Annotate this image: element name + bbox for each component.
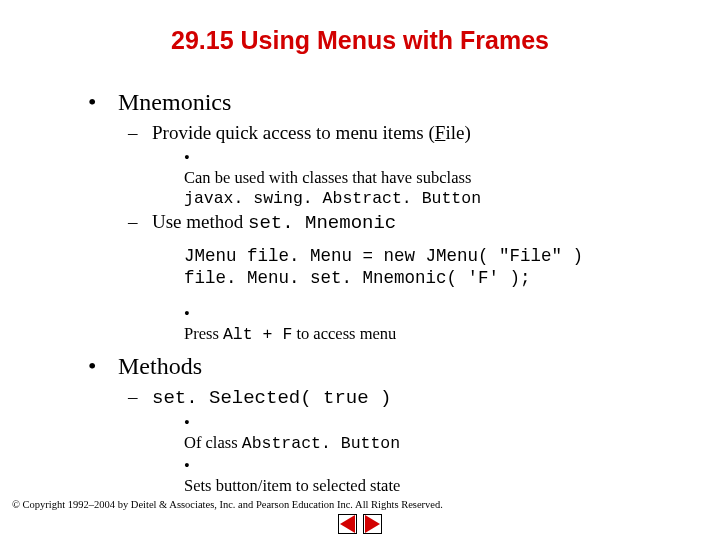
bullet-dot: •: [88, 89, 118, 116]
code-setselected: set. Selected( true ): [152, 387, 391, 409]
bullet-of-class: •Of class Abstract. Button: [184, 413, 672, 454]
text1: Press: [184, 324, 223, 343]
bullet-dot: •: [184, 413, 212, 433]
triangle-right-icon: [365, 515, 380, 533]
bullet-use-method: –Use method set. Mnemonic: [128, 211, 672, 234]
mnemonic-underline: F: [435, 122, 446, 143]
slide-title: 29.15 Using Menus with Frames: [48, 26, 672, 55]
bullet-body: Can be used with classes that have subcl…: [184, 168, 634, 209]
code-abstractbutton: Abstract. Button: [242, 434, 400, 453]
bullet-dot: •: [184, 304, 212, 324]
code-altf: Alt + F: [223, 325, 292, 344]
code-block: JMenu file. Menu = new JMenu( "File" ) f…: [184, 246, 672, 290]
bullet-text: Methods: [118, 353, 202, 379]
triangle-left-icon: [340, 515, 355, 533]
bullet-dot: •: [184, 148, 212, 168]
bullet-dot: •: [88, 353, 118, 380]
bullet-mnemonics: •Mnemonics: [88, 89, 672, 116]
bullet-body: Sets button/item to selected state: [184, 476, 634, 496]
text: Use method: [152, 211, 248, 232]
bullet-body: Press Alt + F to access menu: [184, 324, 634, 345]
bullet-sets-state: •Sets button/item to selected state: [184, 456, 672, 496]
bullet-dash: –: [128, 211, 152, 233]
code-setmnemonic: set. Mnemonic: [248, 212, 396, 234]
bullet-body: Of class Abstract. Button: [184, 433, 634, 454]
bullet-text: Mnemonics: [118, 89, 231, 115]
line2-code: javax. swing. Abstract. Button: [184, 189, 481, 208]
prev-button[interactable]: [338, 514, 357, 534]
text-post: ile): [445, 122, 470, 143]
nav-controls: [0, 514, 720, 534]
bullet-methods: •Methods: [88, 353, 672, 380]
bullet-setselected: –set. Selected( true ): [128, 386, 672, 409]
line1: Can be used with classes that have subcl…: [184, 168, 471, 187]
bullet-provide-access: –Provide quick access to menu items (Fil…: [128, 122, 672, 144]
bullet-dash: –: [128, 122, 152, 144]
text2: to access menu: [292, 324, 396, 343]
text: Sets button/item to selected state: [184, 476, 400, 495]
bullet-dash: –: [128, 386, 152, 408]
next-button[interactable]: [363, 514, 382, 534]
text1: Of class: [184, 433, 242, 452]
bullet-press-alt-f: •Press Alt + F to access menu: [184, 304, 672, 345]
copyright-text: © Copyright 1992–2004 by Deitel & Associ…: [12, 499, 443, 510]
bullet-dot: •: [184, 456, 212, 476]
bullet-subclass: •Can be used with classes that have subc…: [184, 148, 672, 208]
text-pre: Provide quick access to menu items (: [152, 122, 435, 143]
